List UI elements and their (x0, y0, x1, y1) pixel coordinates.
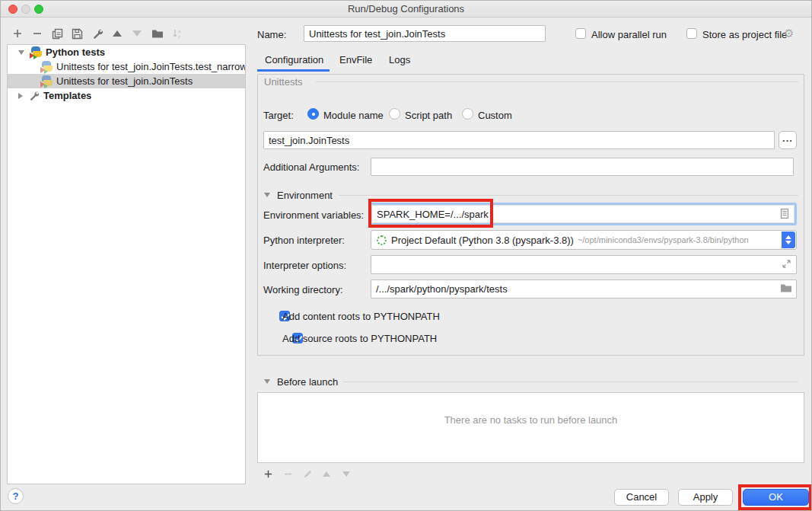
interpreter-options-label: Interpreter options: (263, 260, 346, 271)
browse-target-button[interactable]: ... (779, 131, 797, 149)
move-down-icon (129, 26, 145, 41)
add-content-roots-label: Add content roots to PYTHONPATH (282, 311, 440, 322)
ellipsis-icon: ... (782, 133, 793, 144)
group-divider (316, 81, 798, 82)
tree-expand-icon[interactable] (18, 50, 24, 55)
tree-collapse-icon[interactable] (18, 93, 23, 99)
configurations-tree: Python tests Unittests for test_join.Joi… (7, 44, 246, 484)
tree-item-unittests-jointests[interactable]: Unittests for test_join.JoinTests (8, 74, 245, 88)
tree-item-label: Python tests (46, 46, 105, 58)
tree-item-label: Templates (43, 90, 91, 101)
tab-envfile[interactable]: EnvFile (339, 54, 372, 65)
tree-item-python-tests[interactable]: Python tests (8, 45, 245, 59)
ok-button[interactable]: OK (743, 489, 809, 506)
move-task-up-icon (319, 467, 334, 481)
add-source-roots-label: Add source roots to PYTHONPATH (282, 333, 437, 344)
active-tab-underline (257, 69, 330, 72)
interpreter-options-input[interactable] (371, 255, 797, 274)
allow-parallel-run-label: Allow parallel run (591, 29, 667, 40)
tab-configuration[interactable]: Configuration (265, 54, 323, 65)
before-launch-section-label: Before launch (277, 376, 338, 388)
target-label: Target: (263, 110, 294, 121)
move-up-icon[interactable] (110, 26, 125, 41)
target-module-name-label: Module name (323, 110, 384, 121)
section-divider (343, 382, 798, 382)
unittests-group-title: Unittests (264, 76, 303, 88)
gear-icon[interactable]: ⚙ (784, 27, 794, 40)
help-button[interactable]: ? (8, 488, 24, 504)
tab-logs[interactable]: Logs (389, 54, 410, 65)
apply-button-label: Apply (693, 491, 718, 503)
name-input[interactable] (304, 25, 546, 42)
target-script-path-radio[interactable] (389, 108, 400, 120)
cancel-button[interactable]: Cancel (614, 489, 669, 506)
remove-configuration-icon[interactable] (30, 26, 45, 41)
python-tests-icon (30, 46, 42, 58)
environment-variables-field[interactable] (369, 203, 797, 225)
target-script-path-label: Script path (405, 110, 452, 121)
target-input[interactable] (263, 131, 775, 149)
before-launch-collapse-icon[interactable] (264, 379, 270, 384)
conda-environment-icon (377, 235, 387, 245)
target-custom-label: Custom (478, 110, 512, 121)
python-interpreter-value: Project Default (Python 3.8 (pyspark-3.8… (391, 235, 574, 246)
combobox-arrows-icon[interactable] (782, 232, 795, 248)
working-directory-label: Working directory: (263, 284, 343, 295)
python-test-config-icon (41, 75, 53, 87)
python-interpreter-label: Python interpreter: (263, 235, 345, 246)
svg-text:a: a (178, 29, 181, 34)
target-custom-radio[interactable] (462, 108, 473, 120)
python-interpreter-select[interactable]: Project Default (Python 3.8 (pyspark-3.8… (371, 230, 797, 250)
new-folder-icon[interactable] (150, 26, 165, 41)
templates-wrench-icon (29, 91, 40, 101)
browse-folder-icon[interactable] (780, 283, 792, 293)
environment-section-label: Environment (277, 190, 333, 201)
additional-arguments-label: Additional Arguments: (263, 161, 359, 173)
store-as-project-file-label: Store as project file (702, 29, 787, 40)
expand-field-icon[interactable] (782, 259, 791, 269)
allow-parallel-run-checkbox[interactable] (575, 28, 586, 39)
tree-item-unittests-test-narrow[interactable]: Unittests for test_join.JoinTests.test_n… (8, 59, 245, 74)
copy-configuration-icon[interactable] (49, 26, 65, 41)
edit-templates-icon[interactable] (90, 26, 105, 41)
edit-environment-variables-icon[interactable] (779, 208, 790, 219)
add-configuration-icon[interactable] (10, 26, 25, 41)
store-as-project-file-checkbox[interactable] (686, 28, 697, 39)
add-task-icon[interactable] (260, 467, 275, 481)
ok-button-label: OK (769, 491, 783, 503)
move-task-down-icon (339, 467, 354, 481)
working-directory-input[interactable] (371, 279, 797, 299)
python-interpreter-path: ~/opt/miniconda3/envs/pyspark-3.8/bin/py… (578, 235, 749, 244)
edit-task-icon (300, 467, 315, 481)
apply-button[interactable]: Apply (678, 489, 733, 506)
additional-arguments-input[interactable] (371, 158, 794, 176)
section-divider (339, 195, 798, 196)
window-title: Run/Debug Configurations (1, 3, 811, 14)
target-module-name-radio[interactable] (307, 108, 319, 120)
svg-text:z: z (178, 34, 180, 39)
python-test-config-icon (41, 61, 53, 72)
environment-collapse-icon[interactable] (264, 193, 270, 197)
tree-item-label: Unittests for test_join.JoinTests (56, 75, 193, 87)
title-bar: Run/Debug Configurations (1, 1, 811, 18)
tree-item-templates[interactable]: Templates (8, 88, 245, 103)
name-label: Name: (257, 29, 286, 40)
question-mark-icon: ? (13, 490, 19, 502)
save-configuration-icon[interactable] (69, 26, 84, 41)
tree-item-label: Unittests for test_join.JoinTests.test_n… (56, 61, 246, 72)
before-launch-task-list: There are no tasks to run before launch (257, 392, 804, 463)
cancel-button-label: Cancel (626, 491, 657, 503)
sort-alphabetically-icon: az (170, 26, 185, 41)
environment-variables-label: Environment variables: (263, 209, 364, 221)
remove-task-icon (280, 467, 295, 481)
environment-variables-input[interactable] (371, 205, 794, 223)
before-launch-empty-text: There are no tasks to run before launch (258, 414, 804, 426)
